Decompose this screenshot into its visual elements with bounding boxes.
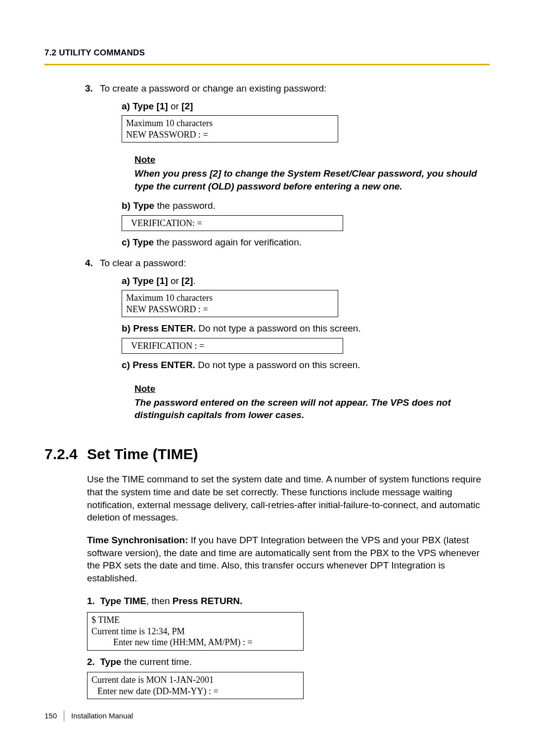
note-body: When you press [2] to change the System …	[134, 167, 490, 192]
header-rule	[44, 64, 490, 65]
section-number: 7.2.4	[44, 444, 87, 465]
step4-c: c) Press ENTER. Do not type a password o…	[122, 359, 490, 372]
step3-b: b) Type the password.	[122, 199, 490, 212]
time-step-2: 2. Type the current time.	[87, 656, 490, 668]
step4-b: b) Press ENTER. Do not type a password o…	[122, 322, 490, 335]
screen-box: Maximum 10 characters NEW PASSWORD : =	[122, 290, 338, 317]
screen-box: Maximum 10 characters NEW PASSWORD : =	[122, 115, 338, 142]
step-number: 4.	[85, 257, 100, 422]
step-3: 3. To create a password or change an exi…	[44, 82, 490, 252]
section-heading: 7.2.4 Set Time (TIME)	[44, 444, 490, 465]
footer-label: Installation Manual	[71, 711, 133, 721]
running-head: 7.2 UTILITY COMMANDS	[44, 47, 490, 59]
screen-box: Current date is MON 1-JAN-2001 Enter new…	[87, 672, 304, 699]
step3-a: a) Type [1] or [2]	[122, 100, 490, 113]
screen-box: VERIFICATION : =	[122, 338, 343, 354]
section-paragraph: Use the TIME command to set the system d…	[87, 473, 490, 524]
step-intro: To clear a password:	[100, 258, 186, 268]
note-heading: Note	[134, 382, 490, 395]
step4-a: a) Type [1] or [2].	[122, 275, 490, 287]
screen-box: $ TIME Current time is 12:34, PM Enter n…	[87, 612, 304, 651]
step3-c: c) Type the password again for verificat…	[122, 236, 490, 249]
time-step-1: 1. Type TIME, then Press RETURN.	[87, 595, 490, 608]
page-footer: 150 Installation Manual	[44, 710, 133, 721]
page-number: 150	[44, 711, 57, 721]
step-intro: To create a password or change an existi…	[100, 83, 326, 94]
screen-box: VERIFICATION: =	[122, 215, 343, 232]
step-number: 3.	[85, 82, 100, 252]
step-4: 4. To clear a password: a) Type [1] or […	[44, 257, 490, 422]
section-paragraph: Time Synchronisation: If you have DPT In…	[87, 534, 490, 585]
note-heading: Note	[134, 153, 490, 166]
footer-divider	[64, 710, 64, 721]
section-name: Set Time (TIME)	[87, 444, 198, 465]
note-body: The password entered on the screen will …	[134, 396, 490, 422]
